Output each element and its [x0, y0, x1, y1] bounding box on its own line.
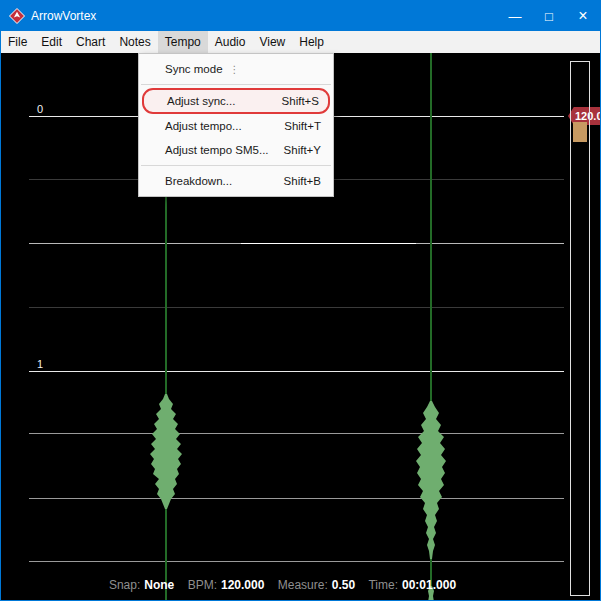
window-title: ArrowVortex: [31, 9, 498, 23]
menu-item-label: Sync mode: [165, 63, 223, 75]
menu-item-label: Adjust tempo...: [165, 120, 242, 132]
time-label: Time:: [368, 578, 398, 592]
menubar-item-tempo[interactable]: Tempo: [158, 31, 208, 53]
app-window: ArrowVortex — □ × File Edit Chart Notes …: [0, 0, 601, 601]
menubar-item-file[interactable]: File: [1, 31, 34, 53]
menu-item-shortcut: Shift+S: [282, 95, 319, 107]
menu-item-label: Breakdown...: [165, 175, 232, 187]
menubar-item-help[interactable]: Help: [292, 31, 331, 53]
menu-separator: [141, 165, 331, 166]
menubar: File Edit Chart Notes Tempo Audio View H…: [1, 31, 600, 53]
menu-item-sync-mode[interactable]: Sync mode ⋮: [139, 57, 333, 81]
measure-label: Measure:: [278, 578, 328, 592]
scrollbar[interactable]: [570, 61, 590, 596]
measure-value: 0.50: [332, 578, 355, 592]
menubar-item-edit[interactable]: Edit: [34, 31, 69, 53]
window-controls: — □ ×: [498, 1, 600, 31]
menu-item-adjust-tempo-sm5[interactable]: Adjust tempo SM5... Shift+Y: [139, 138, 333, 162]
close-button[interactable]: ×: [566, 1, 600, 31]
bpm-value: 120.000: [221, 578, 264, 592]
snap-value: None: [144, 578, 174, 592]
menu-item-label: Adjust tempo SM5...: [165, 144, 269, 156]
menu-item-adjust-tempo[interactable]: Adjust tempo... Shift+T: [139, 114, 333, 138]
tempo-dropdown-menu: Sync mode ⋮ Adjust sync... Shift+S Adjus…: [138, 53, 334, 197]
menubar-item-chart[interactable]: Chart: [69, 31, 112, 53]
app-logo-icon: [9, 8, 25, 24]
menubar-item-audio[interactable]: Audio: [208, 31, 253, 53]
menu-separator: [141, 84, 331, 85]
snap-label: Snap:: [109, 578, 140, 592]
titlebar: ArrowVortex — □ ×: [1, 1, 600, 31]
maximize-button[interactable]: □: [532, 1, 566, 31]
menu-item-label: Adjust sync...: [167, 95, 235, 107]
minimize-button[interactable]: —: [498, 1, 532, 31]
time-value: 00:01.000: [402, 578, 456, 592]
bpm-label: BPM:: [188, 578, 217, 592]
menubar-item-view[interactable]: View: [252, 31, 292, 53]
waveform-blob: [416, 401, 446, 559]
waveform-blob: [150, 394, 182, 509]
status-bar: Snap:None BPM:120.000 Measure:0.50 Time:…: [1, 578, 564, 592]
beat-number-label: 1: [37, 358, 43, 370]
beat-number-label: 0: [37, 103, 43, 115]
menu-item-breakdown[interactable]: Breakdown... Shift+B: [139, 169, 333, 193]
menu-item-shortcut: Shift+B: [284, 175, 321, 187]
menubar-item-notes[interactable]: Notes: [112, 31, 157, 53]
menu-item-adjust-sync[interactable]: Adjust sync... Shift+S: [142, 88, 330, 114]
submenu-indicator-icon: ⋮: [230, 64, 240, 75]
menu-item-shortcut: Shift+T: [284, 120, 321, 132]
scrollbar-thumb[interactable]: [573, 122, 587, 142]
menu-item-shortcut: Shift+Y: [284, 144, 321, 156]
